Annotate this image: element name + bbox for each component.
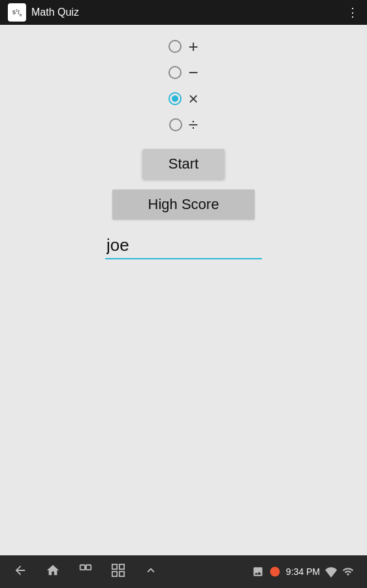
radio-item-sub[interactable]: − bbox=[168, 64, 198, 81]
status-bar: 51/8 Math Quiz ⋮ bbox=[0, 0, 367, 25]
photo-icon bbox=[252, 566, 264, 578]
svg-rect-1 bbox=[86, 564, 91, 569]
time-display: 9:34 PM bbox=[286, 566, 320, 577]
system-nav-bar: 9:34 PM bbox=[0, 555, 367, 588]
nav-buttons bbox=[13, 563, 158, 581]
svg-rect-5 bbox=[120, 571, 124, 576]
home-button[interactable] bbox=[46, 563, 60, 581]
high-score-button[interactable]: High Score bbox=[112, 189, 255, 220]
signal-icon bbox=[342, 566, 354, 578]
radio-item-mul[interactable]: × bbox=[168, 90, 198, 107]
up-button[interactable] bbox=[144, 563, 158, 581]
system-icons: 9:34 PM bbox=[252, 566, 354, 578]
back-button[interactable] bbox=[13, 563, 27, 581]
operation-radio-group: + − × ÷ bbox=[168, 38, 198, 133]
recents-button[interactable] bbox=[78, 563, 93, 581]
name-input[interactable] bbox=[105, 233, 262, 259]
overflow-icon: ⋮ bbox=[347, 5, 359, 20]
radio-item-add[interactable]: + bbox=[168, 38, 198, 55]
radio-circle-sub[interactable] bbox=[168, 66, 182, 79]
qr-button[interactable] bbox=[111, 563, 125, 581]
svg-rect-2 bbox=[112, 564, 117, 568]
svg-rect-3 bbox=[120, 564, 124, 568]
svg-point-6 bbox=[270, 567, 279, 577]
radio-circle-mul[interactable] bbox=[168, 92, 182, 105]
radio-label-add: + bbox=[188, 38, 198, 55]
radio-label-div: ÷ bbox=[189, 116, 198, 133]
svg-rect-4 bbox=[112, 571, 117, 576]
name-input-container bbox=[105, 233, 262, 259]
app-header: 51/8 Math Quiz bbox=[8, 3, 79, 22]
radio-circle-add[interactable] bbox=[168, 40, 182, 53]
radio-label-mul: × bbox=[188, 90, 198, 107]
settings-icon bbox=[325, 566, 337, 578]
svg-rect-0 bbox=[80, 564, 85, 569]
overflow-menu-button[interactable]: ⋮ bbox=[347, 5, 359, 20]
main-content: + − × ÷ Start High Score bbox=[0, 25, 367, 555]
app-icon: 51/8 bbox=[8, 3, 26, 22]
start-button[interactable]: Start bbox=[142, 149, 225, 179]
radio-circle-div[interactable] bbox=[169, 118, 182, 131]
app-title: Math Quiz bbox=[31, 7, 79, 18]
radio-item-div[interactable]: ÷ bbox=[169, 116, 198, 133]
app-badge-icon bbox=[269, 566, 281, 578]
radio-label-sub: − bbox=[188, 64, 198, 81]
